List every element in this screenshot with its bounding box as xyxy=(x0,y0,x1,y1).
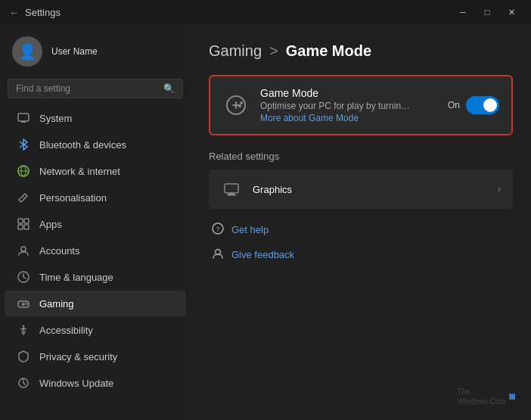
svg-point-11 xyxy=(26,303,28,305)
game-mode-description: Optimise your PC for play by turnin… xyxy=(260,101,437,111)
get-help-icon: ? xyxy=(212,222,224,237)
network-nav-icon xyxy=(17,164,30,178)
svg-point-16 xyxy=(238,104,241,107)
sidebar-item-system[interactable]: System xyxy=(5,105,186,131)
watermark-icon: ■ xyxy=(508,390,516,403)
sidebar-item-label-update: Windows Update xyxy=(39,378,113,389)
bluetooth-nav-icon xyxy=(17,138,30,151)
svg-rect-17 xyxy=(225,184,238,193)
accounts-nav-icon xyxy=(17,244,30,257)
search-input[interactable] xyxy=(16,83,157,94)
sidebar-item-accounts[interactable]: Accounts xyxy=(5,238,186,263)
back-button[interactable]: ← xyxy=(9,7,19,18)
graphics-label: Graphics xyxy=(253,184,487,195)
sidebar: 👤 User Name 🔍 SystemBluetooth & devicesN… xyxy=(0,24,191,420)
settings-card: Graphics › xyxy=(209,170,513,209)
app-container: 👤 User Name 🔍 SystemBluetooth & devicesN… xyxy=(0,24,531,420)
watermark-text: TheWindows Club xyxy=(457,387,505,406)
nav-list: SystemBluetooth & devicesNetwork & inter… xyxy=(0,104,191,420)
graphics-row[interactable]: Graphics › xyxy=(209,170,513,209)
search-box[interactable]: 🔍 xyxy=(8,79,183,98)
give-feedback-label: Give feedback xyxy=(231,249,294,260)
svg-point-10 xyxy=(26,303,27,304)
sidebar-item-network[interactable]: Network & internet xyxy=(5,158,186,184)
game-mode-title: Game Mode xyxy=(260,87,437,99)
close-button[interactable]: ✕ xyxy=(501,5,522,20)
sidebar-item-update[interactable]: Windows Update xyxy=(5,370,186,396)
sidebar-item-label-privacy: Privacy & security xyxy=(39,351,117,362)
accessibility-nav-icon xyxy=(17,323,30,337)
page-header: Gaming > Game Mode xyxy=(209,42,513,60)
sidebar-item-label-bluetooth: Bluetooth & devices xyxy=(39,139,126,151)
toggle-wrap: On xyxy=(448,96,499,114)
sidebar-item-time[interactable]: Time & language xyxy=(5,264,186,290)
sidebar-item-privacy[interactable]: Privacy & security xyxy=(5,344,186,369)
sidebar-item-label-accessibility: Accessibility xyxy=(39,325,93,336)
apps-nav-icon xyxy=(17,217,30,231)
feedback-icon xyxy=(212,247,224,262)
user-name: User Name xyxy=(51,46,98,57)
svg-rect-3 xyxy=(18,219,23,223)
maximize-button[interactable]: □ xyxy=(477,5,498,20)
game-mode-info: Game Mode Optimise your PC for play by t… xyxy=(260,87,437,123)
help-links: ? Get help Give feedback xyxy=(209,219,513,265)
svg-rect-1 xyxy=(21,121,26,123)
related-settings-section: Related settings Graphics › xyxy=(209,151,513,209)
svg-rect-6 xyxy=(24,225,29,229)
breadcrumb-current: Game Mode xyxy=(286,42,371,60)
update-nav-icon xyxy=(17,376,30,390)
svg-rect-19 xyxy=(227,194,236,196)
sidebar-item-apps[interactable]: Apps xyxy=(5,211,186,237)
graphics-icon xyxy=(221,179,242,200)
toggle-label: On xyxy=(448,100,460,110)
get-help-link[interactable]: ? Get help xyxy=(209,219,513,240)
breadcrumb-separator: > xyxy=(269,42,278,60)
sidebar-item-label-apps: Apps xyxy=(39,219,62,230)
svg-point-15 xyxy=(240,101,243,104)
game-mode-icon xyxy=(222,92,250,119)
svg-point-12 xyxy=(23,325,25,328)
system-nav-icon xyxy=(17,111,30,125)
graphics-arrow: › xyxy=(498,184,501,194)
svg-text:?: ? xyxy=(216,226,219,233)
title-bar: ← Settings ─ □ ✕ xyxy=(0,0,531,24)
sidebar-item-label-time: Time & language xyxy=(39,272,113,283)
sidebar-item-label-accounts: Accounts xyxy=(39,245,79,257)
sidebar-item-gaming[interactable]: Gaming xyxy=(5,291,186,316)
svg-rect-4 xyxy=(24,219,29,223)
sidebar-item-label-gaming: Gaming xyxy=(39,298,74,310)
personalisation-nav-icon xyxy=(17,191,30,204)
main-content: Gaming > Game Mode Game Mode Optimise yo… xyxy=(191,24,531,420)
avatar: 👤 xyxy=(12,36,42,67)
minimize-button[interactable]: ─ xyxy=(452,5,474,20)
gaming-nav-icon xyxy=(17,297,30,310)
title-bar-controls: ─ □ ✕ xyxy=(452,5,522,20)
privacy-nav-icon xyxy=(17,350,30,363)
svg-rect-18 xyxy=(228,193,234,194)
related-settings-title: Related settings xyxy=(209,151,513,162)
toggle-thumb xyxy=(483,98,497,112)
game-mode-toggle[interactable] xyxy=(466,96,499,114)
sidebar-item-accessibility[interactable]: Accessibility xyxy=(5,317,186,343)
breadcrumb-parent: Gaming xyxy=(209,42,262,60)
user-section: 👤 User Name xyxy=(0,30,191,76)
game-mode-card[interactable]: Game Mode Optimise your PC for play by t… xyxy=(209,75,513,135)
watermark: TheWindows Club ■ xyxy=(457,387,516,406)
search-icon: 🔍 xyxy=(163,83,175,94)
svg-rect-5 xyxy=(18,225,23,229)
sidebar-item-label-system: System xyxy=(39,113,72,124)
get-help-label: Get help xyxy=(231,224,269,235)
sidebar-item-personalisation[interactable]: Personalisation xyxy=(5,185,186,210)
game-mode-link[interactable]: More about Game Mode xyxy=(260,113,437,123)
sidebar-item-bluetooth[interactable]: Bluetooth & devices xyxy=(5,132,186,157)
sidebar-item-label-personalisation: Personalisation xyxy=(39,192,107,204)
title-bar-title: Settings xyxy=(25,7,61,18)
svg-rect-0 xyxy=(18,114,29,121)
give-feedback-link[interactable]: Give feedback xyxy=(209,244,513,265)
sidebar-item-label-network: Network & internet xyxy=(39,166,120,177)
title-bar-left: ← Settings xyxy=(9,7,61,18)
time-nav-icon xyxy=(17,270,30,284)
svg-point-7 xyxy=(21,247,26,251)
